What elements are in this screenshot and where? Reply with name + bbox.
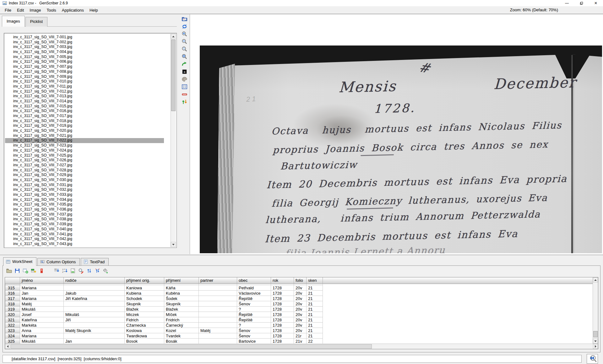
table-vertical-scrollbar[interactable] — [593, 277, 598, 344]
file-list-item[interactable]: inv_c_3117_sig_SO_VIII_7-020.jpg — [5, 128, 164, 133]
cell-folio[interactable]: 20v — [294, 296, 307, 301]
open-image-folder-button[interactable] — [181, 16, 188, 22]
tab-images[interactable]: Images — [2, 16, 25, 27]
cell-rok[interactable]: 1728 — [271, 307, 294, 312]
file-list-item[interactable]: inv_c_3117_sig_SO_VIII_7-028.jpg — [5, 168, 164, 173]
zoom-out-button[interactable] — [181, 38, 188, 45]
file-list-item[interactable]: inv_c_3117_sig_SO_VIII_7-009.jpg — [5, 74, 164, 79]
cell-sken[interactable]: 21 — [307, 301, 323, 307]
cell-sken[interactable]: 21 — [307, 333, 323, 339]
cell-jmeno[interactable]: Anna — [20, 328, 64, 333]
cell-obec[interactable]: ? — [237, 323, 271, 328]
palette-button[interactable] — [181, 76, 188, 82]
header-folio[interactable]: folio — [294, 277, 307, 284]
file-list-item[interactable]: inv_c_3117_sig_SO_VIII_7-035.jpg — [5, 202, 164, 207]
cell-rodice[interactable]: Jiří — [64, 317, 125, 323]
cell-rodice[interactable]: Jakub — [64, 291, 125, 296]
cell-rodice[interactable] — [64, 323, 125, 328]
tab-picklist[interactable]: Picklist — [25, 17, 47, 27]
file-list-item[interactable]: inv_c_3117_sig_SO_VIII_7-019.jpg — [5, 123, 164, 128]
zoom-actual-size-button[interactable]: 1 — [181, 46, 188, 52]
file-list-item[interactable]: inv_c_3117_sig_SO_VIII_7-012.jpg — [5, 89, 164, 94]
cell-obec[interactable]: ? — [237, 307, 271, 312]
scrollbar-thumb[interactable] — [11, 344, 372, 349]
cell-rodice[interactable]: Jiří Kateřina — [64, 296, 125, 301]
scrollbar-thumb[interactable] — [593, 331, 598, 337]
cell-prijmeni[interactable]: Kozel — [164, 328, 199, 333]
file-list-item[interactable]: inv_c_3117_sig_SO_VIII_7-042.jpg — [5, 237, 164, 242]
cell-obec[interactable]: Řepiště — [237, 312, 271, 317]
delete-row-button[interactable] — [39, 268, 45, 274]
cell-obec[interactable]: Petřvald — [237, 285, 271, 291]
file-list-item[interactable]: inv_c_3117_sig_SO_VIII_7-024.jpg — [5, 148, 164, 153]
file-list-item[interactable]: inv_c_3117_sig_SO_VIII_7-026.jpg — [5, 158, 164, 163]
cell-folio[interactable]: 20v — [294, 317, 307, 323]
cell-prijmeni[interactable]: Skupník — [164, 301, 199, 307]
file-list-item[interactable]: inv_c_3117_sig_SO_VIII_7-029.jpg — [5, 173, 164, 178]
file-list-item[interactable]: inv_c_3117_sig_SO_VIII_7-027.jpg — [5, 163, 164, 168]
cell-prijmeni-orig[interactable]: Koslowa — [125, 328, 164, 333]
file-list-item[interactable]: inv_c_3117_sig_SO_VIII_7-011.jpg — [5, 84, 164, 89]
cell-partner[interactable] — [199, 339, 237, 344]
cell-rok[interactable]: 1728 — [271, 333, 294, 339]
cell-jmeno[interactable]: Mikuláš — [20, 307, 64, 312]
cell-rok[interactable]: 1728 — [271, 296, 294, 301]
row-number-cell[interactable]: 315 — [5, 285, 20, 291]
file-list-item[interactable]: inv_c_3117_sig_SO_VIII_7-031.jpg — [5, 183, 164, 188]
minimize-button[interactable]: — — [560, 0, 574, 6]
file-list-item[interactable]: inv_c_3117_sig_SO_VIII_7-013.jpg — [5, 94, 164, 99]
file-list-item[interactable]: inv_c_3117_sig_SO_VIII_7-034.jpg — [5, 197, 164, 202]
cell-jmeno[interactable]: Josef — [20, 312, 64, 317]
menu-item[interactable]: Edit — [14, 7, 27, 13]
cell-rodice[interactable]: Mikuláš — [64, 312, 125, 317]
cell-prijmeni[interactable]: Blažek — [164, 307, 199, 312]
row-number-cell[interactable]: 318 — [5, 301, 20, 307]
cell-jmeno[interactable]: Jan — [20, 291, 64, 296]
header-rodice[interactable]: rodiče — [64, 277, 125, 284]
file-list-item[interactable]: inv_c_3117_sig_SO_VIII_7-022.jpg — [5, 138, 164, 143]
tab-worksheet[interactable]: WorkSheet — [3, 257, 36, 266]
cell-prijmeni[interactable]: Fridrich — [164, 317, 199, 323]
cell-partner[interactable] — [199, 333, 237, 339]
header-partner[interactable]: partner — [199, 277, 237, 284]
scroll-right-button[interactable] — [593, 344, 598, 349]
cell-prijmeni-orig[interactable]: Twardkowa — [125, 333, 164, 339]
cell-rok[interactable]: 1728 — [271, 301, 294, 307]
file-list-item[interactable]: inv_c_3117_sig_SO_VIII_7-002.jpg — [5, 40, 164, 45]
file-list-item[interactable]: inv_c_3117_sig_SO_VIII_7-007.jpg — [5, 64, 164, 69]
cell-prijmeni-orig[interactable]: Fidrich — [125, 317, 164, 323]
row-number-cell[interactable]: 317 — [5, 296, 20, 301]
table-row[interactable]: 324 Mariana Twardkowa Tvardek Šenov 1728… — [5, 333, 593, 339]
file-list-item[interactable]: inv_c_3117_sig_SO_VIII_7-005.jpg — [5, 55, 164, 60]
cell-rok[interactable]: 1728 — [271, 339, 294, 344]
cell-rok[interactable]: 1728 — [271, 323, 294, 328]
cell-partner[interactable] — [199, 323, 237, 328]
table-row[interactable]: 325 Mikuláš Jan Bosok Bosák Bartovice 17… — [5, 339, 593, 344]
menu-item[interactable]: Help — [87, 7, 101, 13]
table-horizontal-scrollbar[interactable] — [5, 344, 598, 349]
table-row[interactable]: 319 Mikuláš Blažek Blažek ? 1728 20v 21 — [5, 307, 593, 312]
file-list-item[interactable]: inv_c_3117_sig_SO_VIII_7-014.jpg — [5, 99, 164, 104]
text-invert-button[interactable]: a — [181, 68, 188, 75]
file-list-item[interactable]: inv_c_3117_sig_SO_VIII_7-032.jpg — [5, 187, 164, 192]
cell-prijmeni[interactable]: Čarnecký — [164, 323, 199, 328]
header-prijmeni[interactable]: příjmení — [164, 277, 199, 284]
table-row[interactable]: 317 Mariana Jiří Kateřina Schodek Šodek … — [5, 296, 593, 301]
row-number-cell[interactable]: 316 — [5, 291, 20, 296]
file-list-item[interactable]: inv_c_3117_sig_SO_VIII_7-008.jpg — [5, 69, 164, 74]
cell-rodice[interactable] — [64, 307, 125, 312]
cell-prijmeni[interactable]: Míček — [164, 312, 199, 317]
header-rok[interactable]: rok — [271, 277, 294, 284]
file-list-item[interactable]: inv_c_3117_sig_SO_VIII_7-025.jpg — [5, 153, 164, 158]
cell-partner[interactable] — [199, 317, 237, 323]
file-list-item[interactable]: inv_c_3117_sig_SO_VIII_7-006.jpg — [5, 59, 164, 64]
cell-jmeno[interactable]: Markéta — [20, 323, 64, 328]
table-row[interactable]: 322 Markéta Cžarnecka Čarnecký ? 1728 20… — [5, 323, 593, 328]
cell-partner[interactable] — [199, 312, 237, 317]
row-number-cell[interactable]: 319 — [5, 307, 20, 312]
file-list-item[interactable]: inv_c_3117_sig_SO_VIII_7-036.jpg — [5, 207, 164, 212]
cell-sken[interactable]: 21 — [307, 296, 323, 301]
cell-jmeno[interactable]: Mariana — [20, 296, 64, 301]
cell-folio[interactable]: 20v — [294, 323, 307, 328]
cell-prijmeni[interactable]: Káňa — [164, 285, 199, 291]
